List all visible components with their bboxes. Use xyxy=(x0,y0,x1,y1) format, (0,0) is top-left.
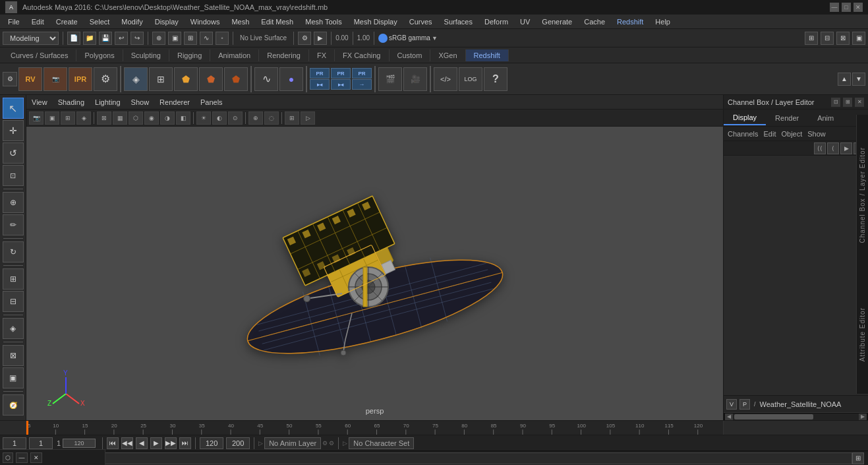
rp-subtab-show[interactable]: Show xyxy=(807,130,826,138)
vp-filmgate-btn[interactable]: ▣ xyxy=(45,111,59,125)
shelf-pr-btn5[interactable]: PR xyxy=(352,68,372,78)
playback-forward[interactable]: ▶▶ xyxy=(165,437,177,449)
snap-to-point-icon[interactable]: ◦ xyxy=(216,32,229,45)
menu-generate[interactable]: Generate xyxy=(536,16,577,27)
redo-icon[interactable]: ↪ xyxy=(130,32,144,45)
vp-hud-btn[interactable]: ⊞ xyxy=(285,111,299,125)
rp-nav-first[interactable]: ⟨⟨ xyxy=(814,142,826,154)
vp-iso-btn[interactable]: ◌ xyxy=(264,111,279,125)
vp-grid2-btn[interactable]: ▦ xyxy=(113,111,127,125)
shelf-render2-icon[interactable]: 🎥 xyxy=(403,67,427,91)
last-tool-btn[interactable]: ⊟ xyxy=(3,291,24,312)
move-tool-btn[interactable]: ✛ xyxy=(3,120,24,141)
no-char-set-label[interactable]: No Character Set xyxy=(349,437,414,449)
shelf-pr-btn2[interactable]: ▸◂ xyxy=(310,79,330,90)
rp-close-btn[interactable]: ✕ xyxy=(855,98,864,107)
soft-select-btn[interactable]: ↻ xyxy=(3,241,24,263)
rp-scrollbar[interactable]: ◀ ▶ xyxy=(724,412,868,420)
shelf-scroll-up[interactable]: ▲ xyxy=(838,73,851,86)
workspace-icon2[interactable]: ⊟ xyxy=(821,32,834,45)
current-frame-input[interactable] xyxy=(29,437,53,449)
playback-go-start[interactable]: ⏮ xyxy=(107,437,119,449)
anim-layer-menu2-icon[interactable]: ⚙ xyxy=(329,440,334,447)
script-output-close[interactable]: ✕ xyxy=(30,452,42,463)
close-button[interactable]: ✕ xyxy=(854,3,863,12)
no-char-set-selector[interactable]: ▷ No Character Set xyxy=(343,437,414,449)
shelf-rv-icon[interactable]: RV xyxy=(18,67,42,91)
menu-display[interactable]: Display xyxy=(150,16,184,27)
rp-subtab-help[interactable]: Object xyxy=(781,130,802,138)
menu-curves[interactable]: Curves xyxy=(404,16,438,27)
shelf-grid-icon[interactable]: ⊞ xyxy=(149,67,173,91)
select-hierarchy-icon[interactable]: ▣ xyxy=(168,32,181,45)
minimize-button[interactable]: — xyxy=(830,3,839,12)
vp-menu-panels[interactable]: Panels xyxy=(198,97,225,108)
vp-menu-show[interactable]: Show xyxy=(129,97,152,108)
shelf-cylinder-icon[interactable]: ⬟ xyxy=(199,67,223,91)
menu-mesh-tools[interactable]: Mesh Tools xyxy=(300,16,347,27)
playback-play[interactable]: ▶ xyxy=(150,437,162,449)
shelf-ipr-icon[interactable]: IPR xyxy=(69,67,92,91)
shelf-code-icon[interactable]: </> xyxy=(434,67,457,91)
vp-reso-btn[interactable]: ◈ xyxy=(76,111,91,125)
playback-step-back[interactable]: ◀◀ xyxy=(121,437,133,449)
anim-layer-menu-icon[interactable]: ⚙ xyxy=(322,440,328,447)
vp-camera-btn[interactable]: 📷 xyxy=(29,111,43,125)
gamma-selector[interactable]: sRGB gamma ▼ xyxy=(378,34,438,43)
vp-light-btn[interactable]: ☀ xyxy=(196,111,211,125)
shelf-help-icon[interactable]: ? xyxy=(484,67,507,91)
shelf-plane-icon[interactable]: ⬟ xyxy=(224,67,248,91)
status-grid-btn[interactable]: ⊞ xyxy=(852,452,864,464)
rp-tab-display[interactable]: Display xyxy=(724,111,766,125)
maximize-button[interactable]: □ xyxy=(842,3,851,12)
rp-subtab-options[interactable]: Edit xyxy=(763,130,776,138)
rp-nav-next-cur[interactable]: ▶ xyxy=(840,142,852,154)
undo-icon[interactable]: ↩ xyxy=(115,32,128,45)
shelf-camera-icon[interactable]: 📷 xyxy=(43,67,67,91)
workspace-icon3[interactable]: ⊠ xyxy=(836,32,850,45)
tab-rigging[interactable]: Rigging xyxy=(169,49,210,61)
pivot-btn[interactable]: ◈ xyxy=(3,318,24,339)
rp-tab-render[interactable]: Render xyxy=(766,111,808,125)
grid-btn[interactable]: ⊠ xyxy=(3,345,24,366)
rp-scroll-thumb[interactable] xyxy=(734,414,813,419)
rp-tab-anim[interactable]: Anim xyxy=(808,111,843,125)
layout-btn[interactable]: ▣ xyxy=(3,367,24,388)
render-settings-icon[interactable]: ⚙ xyxy=(298,32,311,45)
shelf-render-icon[interactable]: 🎬 xyxy=(378,67,402,91)
menu-help[interactable]: Help xyxy=(650,16,676,27)
navigate-btn[interactable]: 🧭 xyxy=(3,394,24,416)
lasso-select-btn[interactable]: ⊕ xyxy=(3,192,24,213)
vp-menu-lighting[interactable]: Lighting xyxy=(92,97,123,108)
tab-fx[interactable]: FX xyxy=(309,49,335,61)
open-scene-icon[interactable]: 📁 xyxy=(83,32,96,45)
range-end-input[interactable] xyxy=(200,437,223,449)
vp-smooth-btn[interactable]: ◉ xyxy=(144,111,159,125)
vp-menu-view[interactable]: View xyxy=(29,97,50,108)
rp-scroll-track[interactable] xyxy=(733,414,859,420)
timeline-ruler[interactable]: 5 10 15 20 25 30 35 40 45 50 55 60 65 xyxy=(26,421,723,435)
menu-create[interactable]: Create xyxy=(51,16,83,27)
tab-xgen[interactable]: XGen xyxy=(430,49,465,61)
gamma-dropdown-icon[interactable]: ▼ xyxy=(432,35,438,42)
show-manip-btn[interactable]: ⊞ xyxy=(3,268,24,290)
animation-start-frame[interactable] xyxy=(3,437,26,449)
workspace-icon[interactable]: ⊞ xyxy=(805,32,818,45)
rotate-tool-btn[interactable]: ↺ xyxy=(3,142,24,164)
shelf-material-icon[interactable]: ◈ xyxy=(124,67,148,91)
tab-animation[interactable]: Animation xyxy=(210,49,259,61)
shelf-settings-icon[interactable]: ⚙ xyxy=(3,72,17,86)
menu-redshift[interactable]: Redshift xyxy=(612,16,649,27)
vp-menu-renderer[interactable]: Renderer xyxy=(157,97,192,108)
layer-visibility-toggle[interactable]: V xyxy=(726,399,737,410)
menu-mesh[interactable]: Mesh xyxy=(226,16,254,27)
rp-header-buttons[interactable]: ⊡ ⊞ ✕ xyxy=(831,98,864,107)
tab-redshift[interactable]: Redshift xyxy=(466,49,509,61)
no-anim-layer-selector[interactable]: ▷ No Anim Layer ⚙ ⚙ xyxy=(258,437,334,449)
viewport-canvas[interactable]: X Z Y persp xyxy=(26,127,723,420)
shelf-pr-btn6[interactable]: → xyxy=(352,79,372,90)
vp-wire-btn[interactable]: ⬡ xyxy=(129,111,143,125)
vp-ao-btn[interactable]: ⊙ xyxy=(228,111,243,125)
shelf-pr-group3[interactable]: PR → xyxy=(352,68,372,90)
new-scene-icon[interactable]: 📄 xyxy=(67,32,80,45)
